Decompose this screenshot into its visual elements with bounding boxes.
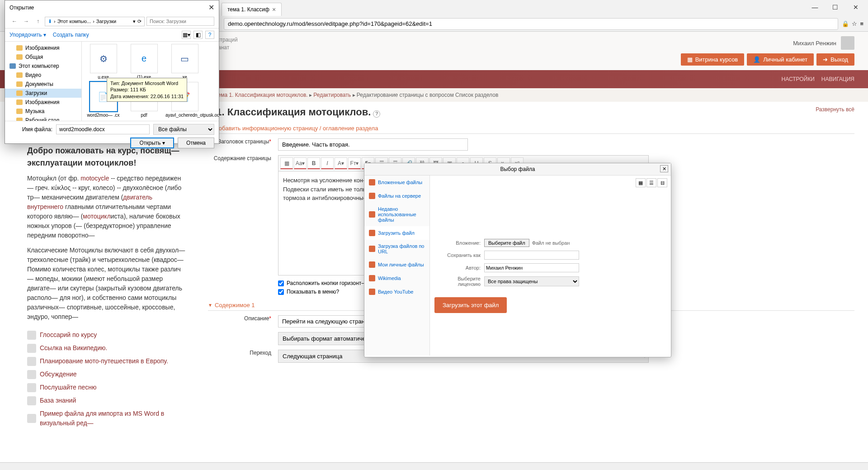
close-dialog-icon[interactable]: ✕ — [208, 3, 214, 12]
label-author: Автор: — [434, 265, 484, 271]
tree-common[interactable]: Общая — [5, 52, 81, 62]
fp-label: Wikimedia — [378, 275, 401, 281]
wikipedia-link[interactable]: Ссылка на Википедию. — [40, 343, 107, 353]
crumb-6[interactable]: Редактировать — [313, 92, 351, 98]
minimize-button[interactable]: — — [805, 1, 825, 14]
page-title-input[interactable] — [278, 138, 468, 151]
tree-desktop[interactable]: Рабочий стол — [5, 116, 81, 121]
planning-link[interactable]: Планирование мото-путешествия в Европу. — [40, 356, 168, 366]
refresh-icon[interactable]: ⟳ — [137, 19, 142, 24]
lock-icon[interactable]: 🔒 — [842, 20, 849, 27]
forward-icon[interactable]: → — [21, 16, 31, 26]
fp-private-files[interactable]: Мои личные файлы — [364, 258, 429, 271]
crumb-5[interactable]: Тема 1. Классификация мотоциклов. — [215, 92, 308, 98]
browser-tab[interactable]: тема 1. Классиф × — [222, 3, 282, 16]
kb-link[interactable]: База знаний — [40, 396, 76, 405]
view-mode-icon[interactable]: ▦▾ — [182, 31, 191, 39]
fp-wikimedia[interactable]: Wikimedia — [364, 271, 429, 285]
file-item[interactable]: e(1).exe — [125, 44, 163, 80]
list-item: База знаний — [27, 394, 185, 407]
song-link[interactable]: Послушайте песню — [40, 383, 96, 392]
star-icon[interactable]: ☆ — [852, 20, 857, 27]
file-item[interactable]: ▭xe — [165, 44, 204, 80]
cancel-button[interactable]: Отмена — [178, 138, 214, 148]
italic-icon[interactable]: I — [321, 157, 334, 169]
dialog-search-input[interactable] — [146, 17, 214, 26]
expand-all-link[interactable]: Развернуть всё — [816, 106, 854, 113]
upload-button[interactable]: Загрузить этот файл — [434, 297, 507, 313]
fp-recent-files[interactable]: Недавно использованные файлы — [364, 203, 429, 226]
row-license: Выберите лицензию Все права защищены — [434, 276, 666, 287]
help-dialog-icon[interactable]: ? — [205, 31, 214, 39]
tree-images[interactable]: Изображения — [5, 43, 81, 52]
dialog-toolbar: Упорядочить ▾ Создать папку ▦▾ ◧ ? — [5, 28, 219, 42]
user-area: Михаил Ренжин ▦Витрина курсов 👤Личный ка… — [681, 36, 854, 66]
example-file-link[interactable]: Пример файла для импорта из MS Word в ви… — [40, 409, 185, 428]
path-part-1[interactable]: Загрузки — [96, 19, 116, 24]
saveas-input[interactable] — [484, 251, 579, 260]
checkbox-horizontal-input[interactable] — [278, 280, 284, 286]
fp-embedded-files[interactable]: Вложенные файлы — [364, 176, 429, 189]
fp-upload-file[interactable]: Загрузить файл — [364, 226, 429, 240]
paragraph-icon[interactable]: Aa▾ — [294, 157, 307, 169]
cabinet-button[interactable]: 👤Личный кабинет — [747, 53, 814, 66]
exe-icon: ▭ — [171, 44, 198, 73]
motorcycle-link[interactable]: мотоцикл — [83, 213, 110, 220]
author-input[interactable] — [484, 263, 579, 272]
fp-youtube[interactable]: Видео YouTube — [364, 285, 429, 299]
section-1-header[interactable]: Добавить информационную страницу / оглав… — [208, 125, 854, 134]
wikimedia-icon — [369, 275, 375, 281]
settings-link[interactable]: НАСТРОЙКИ — [782, 76, 815, 82]
list-item: Ссылка на Википедию. — [27, 342, 185, 355]
file-item[interactable]: ⚙u.exe — [84, 44, 123, 80]
fp-url-download[interactable]: Загрузка файлов по URL — [364, 240, 429, 258]
address-input[interactable] — [224, 18, 838, 30]
view-tree-icon[interactable]: ⊟ — [657, 178, 667, 187]
view-icons-icon[interactable]: ▦ — [636, 178, 646, 187]
label-content: Содержание страницы — [208, 155, 278, 275]
toolbar-expand-icon[interactable]: ▦ — [280, 157, 293, 169]
preview-pane-icon[interactable]: ◧ — [193, 31, 203, 39]
avatar[interactable] — [841, 36, 854, 50]
maximize-button[interactable]: ☐ — [825, 1, 845, 14]
tree-label: Рабочий стол — [25, 117, 59, 121]
back-icon[interactable]: ← — [9, 16, 19, 26]
filename-label: Имя файла: — [9, 126, 52, 133]
up-icon[interactable]: ↑ — [33, 16, 43, 26]
tree-downloads[interactable]: Загрузки — [5, 89, 81, 98]
navigation-link[interactable]: НАВИГАЦИЯ — [821, 76, 854, 82]
help-icon[interactable]: ? — [373, 110, 380, 118]
tree-images-pc[interactable]: Изображения — [5, 98, 81, 107]
showcase-button[interactable]: ▦Витрина курсов — [681, 53, 745, 66]
checkbox-menu-input[interactable] — [278, 289, 284, 295]
menu-icon[interactable]: ≡ — [860, 20, 863, 27]
new-folder-button[interactable]: Создать папку — [53, 32, 89, 38]
license-select[interactable]: Все права защищены — [484, 276, 579, 286]
choose-file-button[interactable]: Выберите файл — [484, 239, 529, 247]
glossary-link[interactable]: Глоссарий по курсу — [40, 330, 97, 340]
filename-input[interactable] — [56, 124, 150, 134]
fontsize-icon[interactable]: Fт▾ — [348, 157, 361, 169]
horizontal-scrollbar[interactable] — [0, 462, 868, 470]
view-list-icon[interactable]: ☰ — [646, 178, 656, 187]
chevron-down-icon[interactable]: ▾ — [133, 19, 136, 24]
motocycle-link[interactable]: motocycle — [80, 175, 109, 182]
fp-server-files[interactable]: Файлы на сервере — [364, 189, 429, 203]
discussion-link[interactable]: Обсуждение — [40, 370, 77, 379]
close-tab-icon[interactable]: × — [272, 6, 276, 13]
tree-videos[interactable]: Видео — [5, 71, 81, 80]
organize-menu[interactable]: Упорядочить ▾ — [9, 32, 46, 38]
file-picker-body: Вложенные файлы Файлы на сервере Недавно… — [364, 176, 671, 356]
bold-icon[interactable]: B — [307, 157, 320, 169]
tree-music[interactable]: Музыка — [5, 107, 81, 116]
logout-button[interactable]: ➜Выход — [816, 53, 854, 66]
close-window-button[interactable]: ✕ — [845, 1, 866, 14]
close-icon[interactable]: ✕ — [660, 165, 668, 172]
open-button[interactable]: Открыть ▾ — [130, 138, 174, 148]
tree-this-pc[interactable]: Этот компьютер — [5, 62, 81, 71]
tree-documents[interactable]: Документы — [5, 80, 81, 89]
path-breadcrumb[interactable]: ⬇ › Этот компью... › Загрузки ▾ ⟳ — [45, 17, 145, 26]
path-part-0[interactable]: Этот компью... — [57, 19, 91, 24]
filetype-select[interactable]: Все файлы — [153, 124, 214, 135]
font-icon[interactable]: A▾ — [335, 157, 347, 169]
